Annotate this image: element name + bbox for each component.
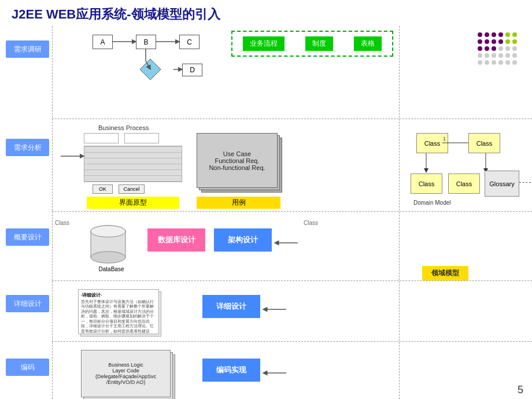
flow-node-b: B [136,35,156,49]
class-class-row: ClassClass [52,220,532,226]
wireframe-label: 界面原型 [87,197,179,209]
svg-marker-30 [140,59,161,80]
cancel-button[interactable]: Cancel [119,184,145,194]
class-box-1: Class [416,133,448,153]
divider-4 [52,341,532,342]
right-divider [399,26,400,399]
code-line-4: /Entity/VO/D AO) [106,379,146,385]
class-box-4: Class [448,173,480,194]
detail-arrow [260,304,289,315]
usecase-line-2: Functional Req. [215,157,259,164]
green-btn-3[interactable]: 表格 [354,36,382,51]
green-btn-2[interactable]: 制度 [305,36,333,51]
sidebar-label-5: 编码 [6,359,49,376]
divider-1 [52,119,532,119]
page-title: J2EE WEB应用系统-领域模型的引入 [0,0,532,26]
ok-button[interactable]: OK [93,184,113,194]
sidebar-label-1: 需求调研 [6,40,49,58]
arch-arrow [272,237,301,249]
divider-2 [52,211,532,212]
flow-node-a: A [93,35,113,49]
detail-doc-title: ·详细设计· [81,292,156,298]
database-icon [87,223,130,266]
code-impl-box: 编码实现 [202,359,260,382]
sidebar-label-4: 详细设计 [6,295,49,312]
flow-diamond [139,58,162,81]
arch-design-box: 架构设计 [214,228,272,252]
page-number: 5 [518,384,523,396]
sidebar-label-3: 概要设计 [6,228,49,246]
code-stack-area: Business Logic Layer Code (Delegate/Faça… [81,350,173,399]
usecase-line-3: Non-functional Req. [209,164,265,171]
wireframe-area: OK Cancel [81,133,185,197]
db-design-box: 数据库设计 [147,228,205,252]
class-box-3: Class [411,173,442,194]
business-process-label: Business Process [98,124,149,131]
usecase-label: 用例 [197,197,280,209]
glossary-box: Glossary [485,171,519,197]
content-area: A B C D Business [52,26,532,399]
usecase-line-1: Use Case [223,150,251,157]
domain-model-yellow: 领域模型 [422,266,468,280]
class-box-2: Class [468,133,500,153]
flow-node-d: D [182,64,202,76]
code-line-3: (Delegate/Façade/AppSvc [95,374,156,379]
left-divider [52,26,53,399]
green-area: 业务流程 制度 表格 [231,31,393,57]
detail-doc-area: ·详细设计· 首先对于整体设计与设施方法（如确认行与功能系统之间）有需要了解整个… [78,289,162,335]
usecase-stack: Use Case Functional Req. Non-functional … [197,133,280,191]
detail-design-box: 详细设计 [202,295,260,318]
code-line-1: Business Logic [108,362,143,368]
code-line-2: Layer Code [112,368,139,374]
svg-point-44 [91,252,125,263]
detail-doc-content: 首先对于整体设计与设施方法（如确认行与功能系统之间）有需要了解整个所要解决的问题… [81,300,156,334]
flow-node-c: C [179,35,200,49]
db-label: DataBase [90,266,133,272]
code-arrow [260,367,289,379]
glossary-line [519,182,531,183]
domain-model-label: Domain Model [413,200,450,206]
sidebar: 需求调研 需求分析 概要设计 详细设计 编码 [3,26,52,399]
green-btn-1[interactable]: 业务流程 [243,36,285,51]
divider-3 [52,280,532,281]
svg-point-45 [91,226,125,237]
sidebar-label-2: 需求分析 [6,139,49,156]
